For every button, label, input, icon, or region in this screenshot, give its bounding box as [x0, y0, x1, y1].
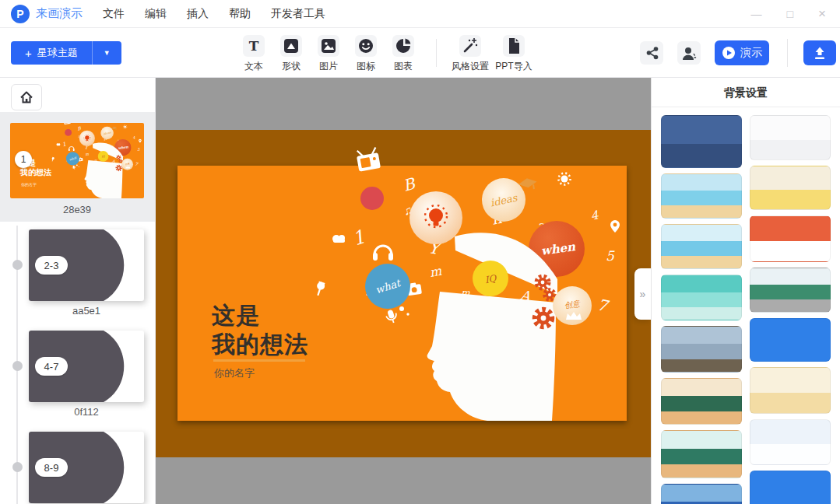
shape-icon — [280, 35, 302, 57]
share-button[interactable] — [640, 41, 663, 65]
person-icon — [680, 44, 698, 61]
slide-thumbnail[interactable]: 这是 我的想法 你的名字 1 — [10, 123, 144, 198]
background-column-right — [750, 115, 831, 504]
plus-icon: + — [25, 47, 32, 60]
upload-icon — [812, 45, 828, 61]
bg-thumb-solid-blue-2[interactable] — [750, 471, 831, 504]
slide-group-card[interactable]: 8-9 — [29, 432, 144, 503]
background-panel-title: 背景设置 — [652, 78, 840, 107]
presentation-world: 这是 我的想法 你的名字 — [156, 130, 651, 457]
panel-expander[interactable]: » — [634, 268, 651, 320]
slide-code: 28e39 — [10, 204, 144, 215]
group-code: 0f112 — [19, 406, 153, 418]
background-grid — [652, 107, 840, 504]
group-code: aa5e1 — [19, 305, 153, 317]
tool-chart[interactable]: 图表 — [392, 35, 414, 73]
timeline-dot — [12, 361, 23, 371]
slides-panel: 这是 我的想法 你的名字 1 28e39 2-3 aa5e1 4-7 — [0, 78, 156, 504]
bg-thumb-orange-wave[interactable] — [750, 215, 831, 262]
bg-thumb-office-room[interactable] — [661, 326, 742, 373]
toolbar-separator — [436, 39, 437, 67]
group-badge: 8-9 — [35, 458, 68, 477]
add-theme-button[interactable]: + 星球主题 — [11, 41, 92, 65]
menu-help[interactable]: 帮助 — [229, 7, 251, 21]
bg-thumb-beach-palms[interactable] — [661, 173, 742, 219]
play-icon — [722, 46, 736, 60]
image-icon — [318, 35, 339, 57]
bg-thumb-solid-blue[interactable] — [750, 318, 831, 362]
menu-file[interactable]: 文件 — [103, 7, 125, 21]
slide-subtitle[interactable]: 你的名字 — [214, 366, 255, 380]
home-button[interactable] — [11, 84, 42, 110]
home-icon — [19, 89, 34, 105]
slide-number-badge: 1 — [15, 151, 32, 168]
title-underline — [213, 359, 305, 362]
timeline-dot — [12, 462, 23, 472]
menu-devtools[interactable]: 开发者工具 — [271, 7, 325, 21]
bg-thumb-light-rays[interactable] — [750, 367, 831, 414]
tool-ppt-import[interactable]: PPT导入 — [495, 35, 532, 73]
app-logo-icon[interactable]: P — [11, 5, 30, 23]
share-icon — [643, 44, 660, 61]
present-button[interactable]: 演示 — [715, 40, 769, 65]
pie-chart-icon — [392, 35, 414, 57]
tool-icon-library[interactable]: 图标 — [355, 35, 377, 73]
canvas[interactable]: 这是 我的想法 你的名字 » — [156, 78, 651, 504]
background-column-left — [661, 115, 742, 504]
present-label: 演示 — [740, 46, 762, 60]
app-name: 来画演示 — [36, 6, 83, 21]
slide-title[interactable]: 这是 我的想法 — [212, 301, 308, 359]
theme-dropdown-button[interactable]: ▼ — [92, 41, 121, 65]
chevron-right-icon: » — [640, 288, 646, 300]
chevron-down-icon: ▼ — [104, 49, 111, 57]
selected-slide-block[interactable]: 这是 我的想法 你的名字 1 28e39 — [0, 112, 155, 222]
settings-tool-group: 风格设置 PPT导入 — [452, 35, 532, 73]
bg-thumb-sand-dunes[interactable] — [750, 166, 831, 210]
bg-thumb-abstract-waves[interactable] — [750, 268, 831, 313]
menu-edit[interactable]: 编辑 — [145, 7, 167, 21]
smiley-icon — [355, 35, 377, 57]
upload-button[interactable] — [803, 40, 836, 65]
toolbar: + 星球主题 ▼ T 文本 形状 — [0, 28, 840, 78]
tool-shape[interactable]: 形状 — [280, 35, 302, 73]
tool-image[interactable]: 图片 — [318, 35, 339, 73]
slide-group-card[interactable]: 4-7 — [29, 331, 144, 402]
slide-group-card[interactable]: 2-3 — [29, 229, 144, 301]
bg-thumb-news-studio[interactable] — [661, 484, 742, 504]
group-badge: 4-7 — [35, 357, 68, 376]
insert-tool-group: T 文本 形状 图片 图标 — [243, 35, 414, 73]
tool-style-settings[interactable]: 风格设置 — [452, 35, 489, 73]
file-icon — [503, 35, 525, 57]
timeline-dot — [12, 260, 23, 270]
bg-thumb-soft-glow[interactable] — [750, 419, 831, 465]
close-icon[interactable]: × — [818, 7, 826, 20]
minimize-icon[interactable]: — — [751, 9, 762, 19]
bg-thumb-light-mockup[interactable] — [750, 115, 831, 160]
magic-wand-icon — [459, 35, 481, 57]
maximize-icon[interactable]: □ — [787, 9, 793, 19]
theme-split-button: + 星球主题 ▼ — [11, 41, 121, 65]
toolbar-separator — [787, 39, 788, 67]
theme-button-label: 星球主题 — [37, 46, 78, 60]
bg-thumb-classroom-chalkboard[interactable] — [661, 378, 742, 425]
slide[interactable]: 这是 我的想法 你的名字 — [177, 166, 627, 421]
collaborate-button[interactable] — [677, 41, 701, 65]
app-window: P 来画演示 文件 编辑 插入 帮助 开发者工具 — □ × + 星球主题 ▼ … — [0, 0, 840, 504]
text-icon: T — [243, 35, 265, 57]
group-badge: 2-3 — [35, 256, 68, 275]
thumb-subtitle: 你的名字 — [21, 182, 37, 187]
bg-thumb-abacus-coins[interactable] — [661, 115, 742, 168]
background-panel: 背景设置 — [651, 78, 840, 504]
menubar: P 来画演示 文件 编辑 插入 帮助 开发者工具 — □ × — [0, 0, 840, 28]
bg-thumb-bank-hall[interactable] — [661, 275, 742, 320]
window-controls: — □ × — [751, 7, 829, 20]
menu-insert[interactable]: 插入 — [187, 7, 209, 21]
tool-text[interactable]: T 文本 — [243, 35, 265, 73]
bg-thumb-classroom-robot[interactable] — [661, 430, 742, 478]
bg-thumb-beach-sea[interactable] — [661, 224, 742, 269]
svg-text:T: T — [249, 38, 259, 54]
